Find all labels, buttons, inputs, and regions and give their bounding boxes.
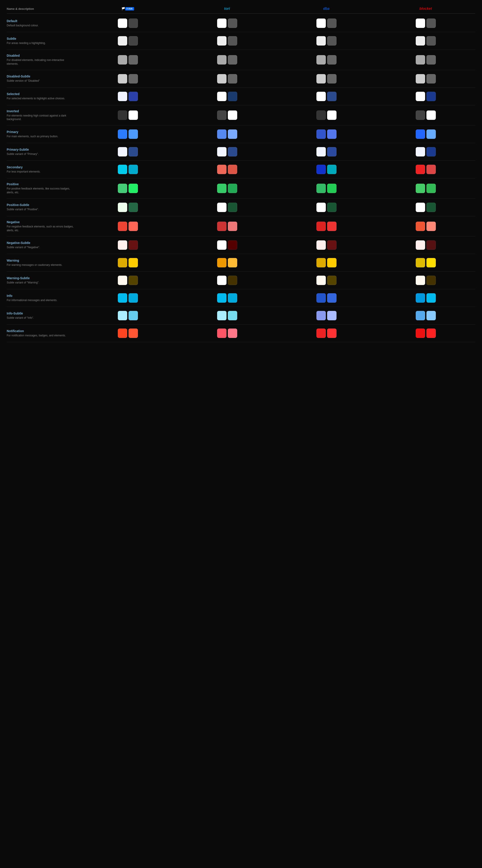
finn-swatch-1 (118, 74, 127, 84)
tori-swatch-1 (217, 36, 226, 45)
dba-color-pair (277, 222, 376, 231)
row-title: Warning-Subtle (7, 276, 74, 280)
blocket-swatch-1 (416, 184, 425, 193)
color-table: Name & description 🏳️ FINN tori dba bloc… (0, 0, 482, 347)
row-desc: Default background colour. (7, 24, 74, 27)
blocket-swatch-1 (416, 165, 425, 174)
finn-swatch-1 (118, 222, 127, 231)
finn-swatch-2 (129, 293, 138, 303)
finn-color-pair (78, 240, 178, 250)
tori-swatch-2 (228, 92, 237, 101)
tori-swatch-1 (217, 74, 226, 84)
finn-swatch-1 (118, 19, 127, 28)
row-name-col: Positive-Subtle Subtle variant of "Posit… (7, 203, 78, 211)
blocket-swatch-1 (416, 147, 425, 156)
finn-swatch-1 (118, 258, 127, 268)
dba-swatch-2 (327, 203, 336, 212)
blocket-color-pair (376, 19, 475, 28)
tori-color-pair (178, 311, 277, 320)
dba-swatch-2 (327, 165, 336, 174)
row-name-col: Disabled For disabled elements, indicati… (7, 54, 78, 66)
finn-swatch-1 (118, 165, 127, 174)
finn-color-pair (78, 276, 178, 285)
finn-swatch-1 (118, 184, 127, 193)
blocket-swatch-2 (426, 258, 436, 268)
tori-swatch-1 (217, 203, 226, 212)
row-desc: For disabled elements, indicating non-in… (7, 58, 74, 66)
finn-swatch-1 (118, 147, 127, 156)
dba-swatch-1 (316, 92, 326, 101)
row-desc: Subtle variant of "Positive". (7, 208, 74, 211)
dba-swatch-2 (327, 240, 336, 250)
finn-color-pair (78, 147, 178, 156)
tori-swatch-2 (228, 311, 237, 320)
finn-swatch-2 (129, 36, 138, 45)
tori-swatch-2 (228, 258, 237, 268)
table-row: Inverted For elements needing high contr… (7, 105, 475, 126)
row-desc: For areas needing a highlighting. (7, 41, 74, 45)
tori-color-pair (178, 184, 277, 193)
tori-color-pair (178, 258, 277, 268)
blocket-color-pair (376, 293, 475, 303)
dba-color-pair (277, 36, 376, 45)
row-title: Primary-Subtle (7, 148, 74, 151)
row-name-col: Positive For positive feedback elements,… (7, 182, 78, 194)
dba-swatch-1 (316, 329, 326, 338)
blocket-color-pair (376, 258, 475, 268)
dba-swatch-1 (316, 222, 326, 231)
dba-swatch-1 (316, 184, 326, 193)
row-name-col: Warning-Subtle Subtle variant of "Warnin… (7, 276, 78, 285)
tori-swatch-1 (217, 329, 226, 338)
dba-color-pair (277, 329, 376, 338)
finn-swatch-1 (118, 55, 127, 64)
finn-swatch-1 (118, 203, 127, 212)
finn-swatch-1 (118, 129, 127, 139)
dba-swatch-1 (316, 19, 326, 28)
finn-color-pair (78, 222, 178, 231)
table-row: Primary-Subtle Subtle variant of "Primar… (7, 143, 475, 161)
tori-color-pair (178, 36, 277, 45)
dba-swatch-2 (327, 129, 336, 139)
dba-color-pair (277, 240, 376, 250)
blocket-color-pair (376, 55, 475, 64)
dba-color-pair (277, 184, 376, 193)
tori-color-pair (178, 222, 277, 231)
tori-swatch-1 (217, 147, 226, 156)
finn-color-pair (78, 184, 178, 193)
finn-swatch-1 (118, 92, 127, 101)
row-desc: Subtle variant of "Info". (7, 316, 74, 320)
table-row: Notification For notification messages, … (7, 324, 475, 342)
blocket-swatch-1 (416, 36, 425, 45)
finn-swatch-2 (129, 165, 138, 174)
blocket-swatch-1 (416, 258, 425, 268)
tori-swatch-1 (217, 111, 226, 120)
finn-swatch-2 (129, 19, 138, 28)
blocket-swatch-2 (426, 329, 436, 338)
finn-color-pair (78, 293, 178, 303)
row-desc: Subtle version of "Disabled" (7, 79, 74, 83)
finn-flag-icon: 🏳️ (121, 7, 125, 10)
dba-color-pair (277, 74, 376, 84)
finn-swatch-2 (129, 92, 138, 101)
blocket-swatch-2 (426, 36, 436, 45)
tori-color-pair (178, 329, 277, 338)
tori-swatch-1 (217, 311, 226, 320)
blocket-swatch-2 (426, 240, 436, 250)
dba-swatch-1 (316, 74, 326, 84)
dba-color-pair (277, 19, 376, 28)
table-header: Name & description 🏳️ FINN tori dba bloc… (7, 4, 475, 13)
dba-swatch-1 (316, 165, 326, 174)
blocket-color-pair (376, 129, 475, 139)
table-row: Disabled For disabled elements, indicati… (7, 50, 475, 70)
finn-color-pair (78, 111, 178, 120)
blocket-swatch-1 (416, 19, 425, 28)
blocket-swatch-2 (426, 74, 436, 84)
rows-container: Default Default background colour. (7, 14, 475, 342)
dba-swatch-1 (316, 111, 326, 120)
tori-brand-label: tori (224, 7, 230, 11)
row-desc: Subtle variant of "Warning". (7, 281, 74, 285)
table-row: Info-Subtle Subtle variant of "Info". (7, 307, 475, 324)
dba-swatch-2 (327, 276, 336, 285)
blocket-color-pair (376, 36, 475, 45)
blocket-swatch-2 (426, 165, 436, 174)
